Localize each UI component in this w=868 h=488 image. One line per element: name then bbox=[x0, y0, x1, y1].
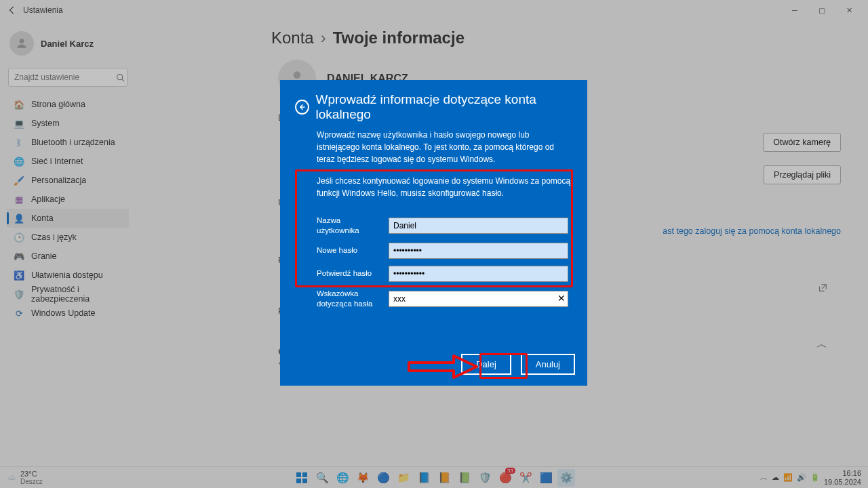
svg-rect-4 bbox=[296, 472, 301, 477]
search-input-wrap[interactable] bbox=[8, 68, 127, 87]
excel-icon[interactable]: 📗 bbox=[456, 469, 473, 487]
username-input[interactable] bbox=[389, 218, 568, 234]
search-icon bbox=[116, 73, 125, 82]
svg-point-1 bbox=[117, 74, 123, 79]
svg-rect-7 bbox=[302, 479, 307, 483]
sidebar-item-label: Granie bbox=[31, 251, 57, 261]
chevron-up-icon[interactable]: ︿ bbox=[816, 338, 827, 352]
sidebar-item-10[interactable]: 🛡️Prywatność i zabezpieczenia bbox=[7, 285, 129, 304]
back-icon[interactable] bbox=[5, 3, 19, 17]
sidebar-item-2[interactable]: ᛒBluetooth i urządzenia bbox=[7, 133, 129, 152]
weather-temp: 23°C bbox=[20, 470, 43, 478]
sidebar-item-3[interactable]: 🌐Sieć i Internet bbox=[7, 152, 129, 171]
sidebar-item-label: Prywatność i zabezpieczenia bbox=[31, 285, 122, 304]
sidebar-item-label: Aplikacje bbox=[31, 195, 65, 204]
security-icon[interactable]: 🛡️ bbox=[476, 469, 494, 487]
sidebar-item-label: Konta bbox=[31, 214, 54, 223]
system-tray: ︿ ☁ 📶 🔊 🔋 16:16 19.05.2024 bbox=[760, 469, 868, 485]
clock-date: 19.05.2024 bbox=[824, 478, 861, 486]
cancel-button[interactable]: Anuluj bbox=[521, 354, 575, 375]
sidebar-item-5[interactable]: ▦Aplikacje bbox=[7, 190, 129, 209]
clear-input-icon[interactable]: ✕ bbox=[557, 293, 566, 304]
svg-rect-5 bbox=[302, 472, 307, 477]
tray-chevron-icon[interactable]: ︿ bbox=[760, 472, 768, 483]
nav-icon: 💻 bbox=[14, 118, 24, 129]
nav-icon: 🛡️ bbox=[14, 289, 24, 300]
hint-input[interactable] bbox=[389, 291, 568, 307]
sidebar-item-0[interactable]: 🏠Strona główna bbox=[7, 95, 129, 114]
nav-icon: 👤 bbox=[14, 213, 24, 224]
app-icon[interactable]: 🟦 bbox=[537, 469, 555, 487]
explorer-icon[interactable]: 📁 bbox=[395, 469, 412, 487]
start-button[interactable] bbox=[293, 469, 311, 487]
breadcrumb-parent[interactable]: Konta bbox=[271, 28, 314, 47]
open-camera-button[interactable]: Otwórz kamerę bbox=[763, 133, 841, 152]
sidebar-item-11[interactable]: ⟳Windows Update bbox=[7, 304, 129, 323]
volume-icon[interactable]: 🔊 bbox=[797, 473, 806, 482]
sidebar-item-label: System bbox=[31, 119, 60, 128]
sidebar-item-7[interactable]: 🕒Czas i język bbox=[7, 228, 129, 247]
sidebar-item-label: Personalizacja bbox=[31, 176, 86, 185]
local-account-dialog: Wprowadź informacje dotyczące konta loka… bbox=[280, 80, 587, 386]
dialog-back-button[interactable] bbox=[295, 100, 309, 115]
titlebar: Ustawienia ─ ▢ ✕ bbox=[0, 0, 868, 20]
sidebar-item-1[interactable]: 💻System bbox=[7, 114, 129, 133]
user-display-name: Daniel Karcz bbox=[41, 39, 94, 49]
nav-icon: 🌐 bbox=[14, 156, 24, 167]
settings-taskbar-icon[interactable]: ⚙️ bbox=[557, 469, 575, 487]
svg-line-2 bbox=[122, 79, 124, 81]
nav-icon: 🕒 bbox=[14, 232, 24, 243]
chrome-icon[interactable]: 🔵 bbox=[374, 469, 392, 487]
app-badge-icon[interactable]: 🔴 bbox=[496, 469, 514, 487]
clock[interactable]: 16:16 19.05.2024 bbox=[824, 469, 861, 485]
chevron-right-icon: › bbox=[321, 28, 326, 47]
word-icon[interactable]: 📘 bbox=[415, 469, 433, 487]
local-account-link[interactable]: ast tego zaloguj się za pomocą konta lok… bbox=[663, 226, 841, 236]
firefox-icon[interactable]: 🦊 bbox=[354, 469, 372, 487]
search-input[interactable] bbox=[14, 73, 116, 82]
nav-icon: 🏠 bbox=[14, 99, 24, 110]
weather-widget[interactable]: ☁️ 23°C Deszcz bbox=[0, 470, 50, 485]
clock-time: 16:16 bbox=[824, 469, 861, 477]
sidebar-item-6[interactable]: 👤Konta bbox=[7, 209, 129, 228]
battery-icon[interactable]: 🔋 bbox=[810, 473, 820, 482]
nav-icon: ♿ bbox=[14, 270, 24, 281]
sidebar-item-label: Bluetooth i urządzenia bbox=[31, 138, 115, 147]
taskbar: ☁️ 23°C Deszcz 🔍 🌐 🦊 🔵 📁 📘 📙 📗 🛡️ 🔴 ✂️ 🟦… bbox=[0, 466, 868, 488]
snip-icon[interactable]: ✂️ bbox=[517, 469, 534, 487]
window-title: Ustawienia bbox=[23, 5, 63, 15]
browse-files-button[interactable]: Przeglądaj pliki bbox=[764, 165, 841, 184]
page-title: Twoje informacje bbox=[333, 28, 465, 47]
sidebar-item-label: Strona główna bbox=[31, 100, 85, 109]
onedrive-icon[interactable]: ☁ bbox=[772, 473, 779, 482]
taskbar-search-icon[interactable]: 🔍 bbox=[313, 469, 331, 487]
wifi-icon[interactable]: 📶 bbox=[783, 473, 793, 482]
breadcrumb: Konta › Twoje informacje bbox=[271, 28, 854, 47]
dialog-paragraph-1: Wprowadź nazwę użytkownika i hasło swoje… bbox=[295, 129, 572, 165]
sidebar-item-label: Sieć i Internet bbox=[31, 157, 83, 166]
powerpoint-icon[interactable]: 📙 bbox=[435, 469, 453, 487]
username-label: Nazwa użytkownika bbox=[317, 216, 382, 236]
external-link-icon[interactable] bbox=[818, 283, 827, 293]
sidebar-item-8[interactable]: 🎮Granie bbox=[7, 247, 129, 266]
avatar bbox=[9, 31, 34, 56]
confirm-password-input[interactable] bbox=[389, 266, 568, 282]
sidebar-item-label: Czas i język bbox=[31, 232, 77, 242]
nav-icon: ⟳ bbox=[14, 308, 24, 319]
sidebar-item-9[interactable]: ♿Ułatwienia dostępu bbox=[7, 266, 129, 285]
next-button[interactable]: Dalej bbox=[461, 354, 511, 375]
sidebar-item-4[interactable]: 🖌️Personalizacja bbox=[7, 171, 129, 190]
weather-icon: ☁️ bbox=[7, 473, 16, 482]
taskbar-apps: 🔍 🌐 🦊 🔵 📁 📘 📙 📗 🛡️ 🔴 ✂️ 🟦 ⚙️ bbox=[293, 469, 575, 487]
weather-label: Deszcz bbox=[20, 478, 43, 485]
nav-icon: ᛒ bbox=[14, 137, 24, 148]
svg-point-0 bbox=[20, 39, 24, 43]
sidebar-item-label: Ułatwienia dostępu bbox=[31, 270, 103, 280]
new-password-input[interactable] bbox=[389, 243, 568, 259]
minimize-button[interactable]: ─ bbox=[781, 1, 808, 20]
close-button[interactable]: ✕ bbox=[835, 1, 863, 20]
sidebar-nav: 🏠Strona główna💻SystemᛒBluetooth i urządz… bbox=[4, 95, 132, 323]
maximize-button[interactable]: ▢ bbox=[808, 1, 835, 20]
user-block: Daniel Karcz bbox=[4, 27, 132, 65]
edge-icon[interactable]: 🌐 bbox=[334, 469, 351, 487]
